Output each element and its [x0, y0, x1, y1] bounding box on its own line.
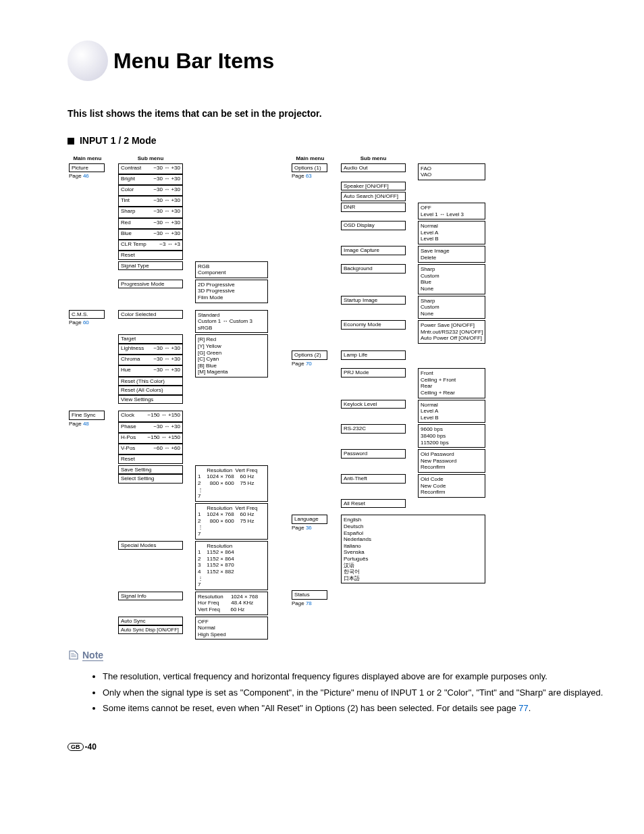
col-head-sub-right: Sub menu — [340, 155, 407, 162]
title-row: Menu Bar Items — [68, 41, 603, 81]
notes-list: The resolution, vertical frequency and h… — [76, 670, 603, 715]
opts-audio-out: FAO VAO — [418, 163, 485, 180]
note-label: Note — [82, 650, 103, 661]
sub-h-pos: H-Pos−150 ↔ +150 — [118, 433, 183, 444]
sub-all-reset: All Reset — [341, 499, 406, 509]
opts-signal-type: RGB Component — [195, 261, 268, 278]
sub-hue: Hue−30 ↔ +30 — [118, 365, 183, 376]
opts-progressive: 2D Progressive 3D Progressive Film Mode — [195, 280, 268, 303]
sub-color-selected: Color Selected — [118, 310, 183, 319]
opts-dnr: OFF Level 1 ↔ Level 3 — [418, 203, 485, 219]
opts-target: [R] Red [Y] Yellow [G] Green [C] Cyan [B… — [195, 334, 268, 377]
page-ref-options2: Page 70 — [292, 361, 329, 367]
title-decor-circle — [68, 41, 108, 81]
sub-signal-type: Signal Type — [118, 261, 183, 271]
mode-header-text: INPUT 1 / 2 Mode — [80, 135, 157, 146]
sub-lamp-life: Lamp Life — [341, 350, 406, 360]
link-page-36[interactable]: 36 — [306, 525, 312, 531]
page-ref-options1: Page 63 — [292, 173, 329, 180]
link-page-78[interactable]: 78 — [306, 600, 312, 606]
sub-auto-sync-disp: Auto Sync Disp [ON/OFF] — [118, 625, 183, 634]
sub-dnr: DNR — [341, 203, 406, 212]
link-page-63[interactable]: 63 — [306, 173, 312, 179]
opts-signal-info: Resolution 1024 × 768 Hor Freq 48.4 KHz … — [195, 592, 268, 615]
sub-image-capture: Image Capture — [341, 246, 406, 255]
sub-anti-theft: Anti-Theft — [341, 474, 406, 484]
note-icon — [68, 649, 80, 661]
main-fine-sync: Fine Sync — [69, 411, 105, 420]
sub-select-setting: Select Setting — [118, 474, 183, 484]
opts-anti-theft: Old Code New Code Reconfirm — [418, 474, 485, 498]
opts-color-selected: Standard Custom 1 ↔ Custom 3 sRGB — [195, 310, 268, 334]
sub-startup: Startup Image — [341, 296, 406, 305]
sub-audio-out: Audio Out — [341, 163, 406, 173]
left-column: Main menu Sub menu Picture Page 46 — [68, 154, 290, 641]
page-ref-cms: Page 60 — [69, 319, 106, 326]
page-ref-language: Page 36 — [292, 525, 329, 531]
main-cms: C.M.S. — [69, 310, 105, 319]
sub-speaker: Speaker [ON/OFF] — [341, 182, 406, 191]
sub-blue: Blue−30 ↔ +30 — [118, 229, 183, 240]
note-3: Some items cannot be reset, even when "A… — [103, 702, 603, 715]
sub-lightness: Lightness−30 ↔ +30 — [118, 344, 183, 355]
sub-red: Red−30 ↔ +30 — [118, 218, 183, 229]
main-picture: Picture — [69, 163, 105, 173]
col-head-main-right: Main menu — [290, 155, 330, 162]
col-head-sub-left: Sub menu — [117, 155, 184, 162]
link-page-70[interactable]: 70 — [306, 361, 312, 367]
main-options1: Options (1) — [292, 163, 327, 173]
sub-sharp: Sharp−30 ↔ +30 — [118, 207, 183, 217]
sub-reset-all: Reset (All Colors) — [118, 386, 183, 395]
opts-prj-mode: Front Ceiling + Front Rear Ceiling + Rea… — [418, 368, 485, 398]
sub-clock: Clock−150 ↔ +150 — [118, 411, 183, 421]
sub-view-settings: View Settings — [118, 395, 183, 405]
square-bullet-icon — [68, 138, 74, 145]
main-language: Language — [292, 515, 327, 524]
sub-background: Background — [341, 264, 406, 273]
menu-columns: Main menu Sub menu Picture Page 46 — [68, 154, 603, 641]
page-ref-picture: Page 46 — [69, 173, 106, 180]
opts-image-capture: Save Image Delete — [418, 246, 485, 263]
sub-signal-info: Signal Info — [118, 592, 183, 601]
opts-password: Old Password New Password Reconfirm — [418, 449, 485, 473]
gb-badge: GB — [68, 743, 84, 751]
link-page-77[interactable]: 77 — [518, 703, 528, 713]
sub-bright: Bright−30 ↔ +30 — [118, 174, 183, 185]
sub-save-setting: Save Setting — [118, 465, 183, 475]
sub-password: Password — [341, 449, 406, 459]
opts-language: English Deutsch Español Nederlands Itali… — [341, 515, 485, 583]
sub-keylock: Keylock Level — [341, 400, 406, 409]
subtitle: This list shows the items that can be se… — [68, 108, 603, 119]
opts-auto-sync: OFF Normal High Speed — [195, 617, 268, 640]
sub-osd: OSD Display — [341, 221, 406, 230]
link-page-46[interactable]: 46 — [83, 173, 89, 179]
opts-economy: Power Save [ON/OFF] Mntr.out/RS232 [ON/O… — [418, 320, 485, 344]
sub-auto-sync: Auto Sync — [118, 617, 183, 626]
page-ref-fine-sync: Page 48 — [69, 421, 106, 427]
sub-reset: Reset — [118, 251, 183, 260]
opts-save-setting: Resolution Vert Freq 1 1024 × 768 60 Hz … — [195, 465, 268, 502]
sub-chroma: Chroma−30 ↔ +30 — [118, 355, 183, 365]
opts-background: Sharp Custom Blue None — [418, 264, 485, 294]
sub-phase: Phase−30 ↔ +30 — [118, 422, 183, 433]
sub-clr-temp: CLR Temp−3 ↔ +3 — [118, 240, 183, 251]
link-page-48[interactable]: 48 — [83, 421, 89, 427]
opts-special-modes: Resolution 1 1152 × 864 2 1152 × 864 3 1… — [195, 541, 268, 590]
footer: GB -40 — [68, 742, 603, 752]
sub-prj-mode: PRJ Mode — [341, 368, 406, 377]
link-page-60[interactable]: 60 — [83, 319, 89, 325]
sub-rs232c: RS-232C — [341, 424, 406, 434]
sub-tint: Tint−30 ↔ +30 — [118, 196, 183, 207]
main-status: Status — [292, 590, 327, 600]
opts-osd: Normal Level A Level B — [418, 221, 485, 244]
sub-economy: Economy Mode — [341, 320, 406, 330]
sub-color: Color−30 ↔ +30 — [118, 185, 183, 196]
sub-target: Target — [118, 334, 183, 344]
opts-keylock: Normal Level A Level B — [418, 400, 485, 423]
sub-reset-this: Reset (This Color) — [118, 377, 183, 386]
page-title: Menu Bar Items — [113, 49, 274, 74]
opts-startup: Sharp Custom None — [418, 296, 485, 319]
col-head-main-left: Main menu — [68, 155, 107, 162]
opts-rs232c: 9600 bps 38400 bps 115200 bps — [418, 424, 485, 448]
mode-header: INPUT 1 / 2 Mode — [68, 135, 603, 146]
